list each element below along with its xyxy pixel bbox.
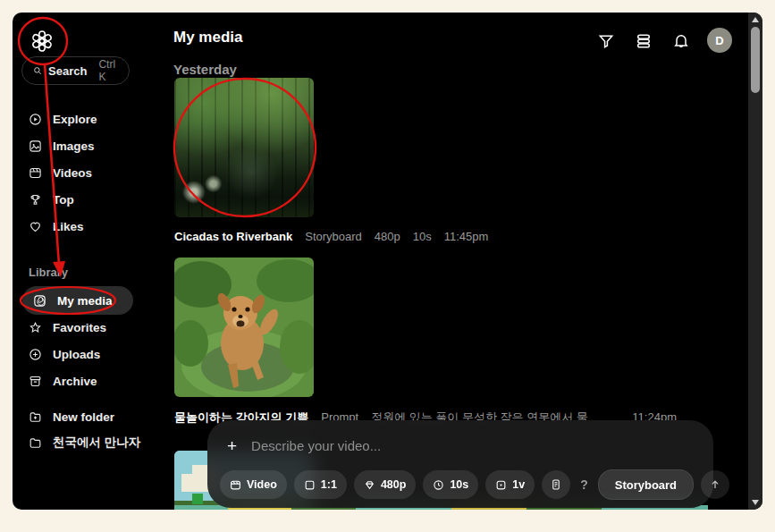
media-type-pill[interactable]: Video <box>220 470 287 499</box>
sidebar-item-likes[interactable]: Likes <box>29 217 97 235</box>
preset-button[interactable] <box>542 470 570 499</box>
date-group-label: Yesterday <box>173 62 237 77</box>
sidebar-nav: Explore Images Videos Top Likes <box>29 110 97 235</box>
composer-input-row: + Describe your video... <box>220 433 701 458</box>
prompt-input[interactable]: Describe your video... <box>251 438 701 453</box>
sidebar-item-favorites[interactable]: Favorites <box>29 318 106 336</box>
video-meta-row: Cicadas to Riverbank Storyboard 480p 10s… <box>174 230 488 243</box>
storyboard-button[interactable]: Storyboard <box>598 469 694 500</box>
diamond-icon <box>364 479 375 491</box>
variations-pill[interactable]: 1v <box>485 470 535 499</box>
clapperboard-icon <box>29 166 42 180</box>
scrollbar-thumb[interactable] <box>751 27 760 93</box>
arrow-up-icon <box>709 478 721 491</box>
video-resolution: 480p <box>375 230 400 243</box>
aspect-ratio-pill[interactable]: 1:1 <box>294 470 347 499</box>
pill-label: 1v <box>512 478 525 491</box>
dog-in-pond-illustration <box>174 258 314 397</box>
spiral-tile-icon <box>33 294 46 308</box>
plus-circle-icon <box>29 348 42 361</box>
submit-button[interactable] <box>701 470 729 499</box>
search-shortcut: Ctrl K <box>98 58 118 83</box>
page-title: My media <box>173 29 242 46</box>
library-list: Favorites Uploads Archive <box>29 318 106 390</box>
scroll-up-icon[interactable] <box>751 16 760 23</box>
notifications-button[interactable] <box>672 32 690 50</box>
pill-label: 1:1 <box>321 478 337 491</box>
sidebar-item-uploads[interactable]: Uploads <box>29 345 106 363</box>
sidebar-item-label: Favorites <box>53 321 106 334</box>
sidebar-item-label: My media <box>57 294 113 308</box>
script-card-icon <box>550 478 562 491</box>
sidebar-item-label: 천국에서 만나자 <box>53 435 140 451</box>
search-icon <box>33 64 42 77</box>
video-thumbnail-dog-in-pond[interactable] <box>174 258 314 397</box>
video-type: Storyboard <box>305 230 362 243</box>
add-attachment-button[interactable]: + <box>227 437 237 454</box>
app-window: Search Ctrl K Explore Images Videos To <box>13 13 762 510</box>
sidebar-item-label: Videos <box>53 166 92 180</box>
video-duration: 10s <box>413 230 432 243</box>
video-time: 11:45pm <box>444 230 489 243</box>
duration-pill[interactable]: 10s <box>423 470 478 499</box>
sidebar-item-explore[interactable]: Explore <box>29 110 97 128</box>
archive-box-icon <box>29 375 42 388</box>
composer-options-row: Video 1:1 480p 10s <box>220 470 701 499</box>
sidebar-item-top[interactable]: Top <box>29 190 97 208</box>
sidebar-item-my-media[interactable]: My media <box>22 286 133 315</box>
square-outline-icon <box>304 479 316 491</box>
folder-icon <box>29 436 42 450</box>
heart-icon <box>29 220 42 233</box>
sidebar-item-videos[interactable]: Videos <box>29 164 97 182</box>
sidebar-item-label: Images <box>53 139 95 153</box>
filter-funnel-icon <box>597 32 615 50</box>
sidebar-item-label: Explore <box>53 113 97 126</box>
bell-icon <box>672 32 690 50</box>
scrollbar[interactable] <box>748 13 762 510</box>
library-section-label: Library <box>29 266 68 279</box>
filter-button[interactable] <box>597 32 615 50</box>
help-button[interactable]: ? <box>580 477 588 492</box>
clock-icon <box>433 479 444 491</box>
sidebar-item-label: Top <box>53 193 74 207</box>
openai-logo[interactable] <box>30 30 54 53</box>
clapperboard-icon <box>230 479 241 491</box>
search-label: Search <box>48 64 87 78</box>
folder-list: New folder 천국에서 만나자 <box>29 408 140 452</box>
sidebar-item-label: Archive <box>53 375 97 388</box>
stack-rows-icon <box>635 32 653 50</box>
pill-label: Video <box>247 478 277 491</box>
storyboard-label: Storyboard <box>615 478 677 492</box>
search-input[interactable]: Search Ctrl K <box>21 56 130 85</box>
play-circle-icon <box>29 113 42 126</box>
sidebar-item-label: Uploads <box>53 348 100 361</box>
pixel-bush <box>192 494 203 504</box>
openai-logo-icon <box>30 30 54 53</box>
sidebar-item-new-folder[interactable]: New folder <box>29 408 140 426</box>
sidebar-item-label: New folder <box>53 410 114 424</box>
avatar-initial: D <box>715 34 723 47</box>
layout-rows-button[interactable] <box>635 32 653 50</box>
star-icon <box>29 321 42 334</box>
avatar[interactable]: D <box>707 28 732 53</box>
sidebar-item-folder-korean[interactable]: 천국에서 만나자 <box>29 434 140 452</box>
pill-label: 480p <box>381 478 407 491</box>
sidebar-item-archive[interactable]: Archive <box>29 372 106 390</box>
sidebar-item-images[interactable]: Images <box>29 137 97 155</box>
variant-frame-icon <box>495 479 507 491</box>
pill-label: 10s <box>450 478 468 491</box>
video-composer: + Describe your video... Video 1:1 480 <box>207 420 713 508</box>
sidebar-item-label: Likes <box>53 220 84 233</box>
video-title[interactable]: Cicadas to Riverbank <box>174 230 292 243</box>
folder-plus-icon <box>29 410 42 424</box>
resolution-pill[interactable]: 480p <box>354 470 417 499</box>
image-icon <box>29 139 42 153</box>
scroll-down-icon[interactable] <box>751 499 760 506</box>
video-thumbnail-forest-stream[interactable] <box>174 78 314 217</box>
trophy-icon <box>29 193 42 207</box>
